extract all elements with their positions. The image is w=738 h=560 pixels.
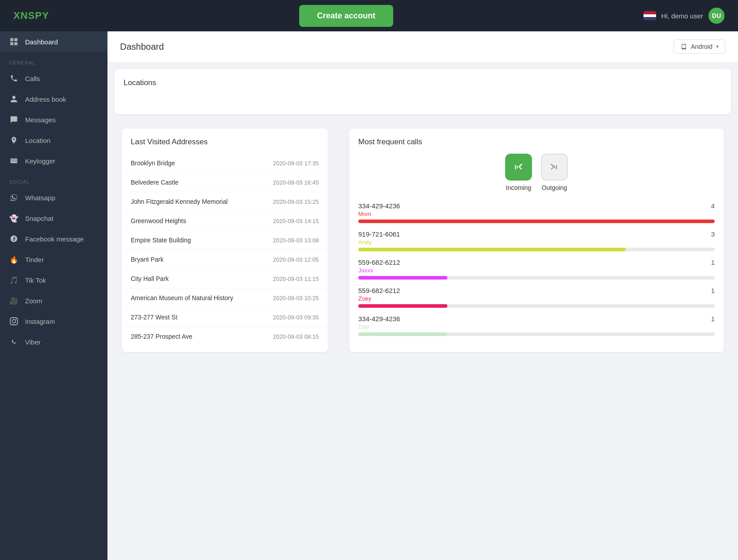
whatsapp-icon [9,193,19,202]
call-number: 559-682-6212 [358,258,400,266]
dashboard-icon [9,37,19,47]
tinder-icon: 🔥 [9,254,19,264]
instagram-icon [9,316,19,326]
address-time: 2020-09-03 12:05 [273,256,319,263]
sidebar-item-tinder[interactable]: 🔥 Tinder [0,249,107,270]
create-account-button[interactable]: Create account [299,5,393,27]
call-bar [358,248,626,251]
address-time: 2020-09-03 15:25 [273,198,319,205]
call-entry: 334-429-4236 1 Dad [358,315,715,336]
call-entry: 919-721-6061 3 Andy [358,230,715,251]
sidebar-item-address-book[interactable]: Address book [0,89,107,109]
sidebar-item-messages-label: Messages [25,116,56,124]
call-bar-bg [358,220,715,223]
call-number: 919-721-6061 [358,230,400,238]
sidebar-item-zoom[interactable]: 🎥 Zoom [0,290,107,311]
zoom-icon: 🎥 [9,296,19,306]
call-bar [358,332,447,336]
svg-rect-0 [10,38,13,41]
call-entry: 334-429-4236 4 Mom [358,202,715,223]
call-name: Andy [358,239,715,246]
svg-rect-2 [10,42,13,45]
address-book-icon [9,94,19,104]
call-tab-outgoing[interactable]: Outgoing [541,154,568,191]
sidebar-item-snapchat[interactable]: 👻 Snapchat [0,208,107,228]
call-count: 1 [711,258,715,266]
sidebar-item-location-label: Location [25,137,51,144]
address-name: Belvedere Castle [131,179,179,186]
list-item: American Museum of Natural History2020-0… [122,289,328,308]
list-item: Greenwood Heights2020-09-03 14:15 [122,211,328,231]
call-bar-bg [358,332,715,336]
sidebar-item-calls[interactable]: Calls [0,68,107,89]
address-time: 2020-09-03 17:35 [273,160,319,167]
sidebar-item-viber[interactable]: Viber [0,332,107,352]
address-time: 2020-09-03 14:15 [273,218,319,224]
sidebar-item-instagram-label: Instagram [25,318,55,325]
sidebar-item-dashboard[interactable]: Dashboard [0,31,107,52]
call-entry-header: 334-429-4236 4 [358,202,715,210]
address-time: 2020-09-03 10:25 [273,295,319,302]
svg-rect-3 [14,42,17,45]
main-layout: Dashboard GENERAL Calls Address book Mes… [0,31,738,560]
android-selector-label: Android [691,43,712,50]
messages-icon [9,115,19,125]
call-entry-header: 559-682-6212 1 [358,287,715,294]
address-time: 2020-09-03 08:15 [273,333,319,340]
sidebar-item-keylogger-label: Keylogger [25,157,56,165]
sidebar-section-social: SOCIAL [0,171,107,187]
call-number: 334-429-4236 [358,315,400,323]
viber-icon [9,337,19,347]
sidebar-section-general: GENERAL [0,52,107,68]
frequent-calls-card: Most frequent calls IncomingOutgoing 334… [349,129,724,352]
call-count: 1 [711,287,715,294]
list-item: Bryant Park2020-09-03 12:05 [122,250,328,269]
call-entries: 334-429-4236 4 Mom 919-721-6061 3 Andy 5… [358,202,715,336]
list-item: Belvedere Castle2020-09-03 16:45 [122,173,328,192]
sidebar: Dashboard GENERAL Calls Address book Mes… [0,31,107,560]
facebook-icon [9,234,19,244]
call-tabs: IncomingOutgoing [358,154,715,191]
sidebar-item-dashboard-label: Dashboard [25,38,58,46]
sidebar-item-keylogger[interactable]: Keylogger [0,151,107,171]
call-bar [358,276,447,280]
page-title: Dashboard [120,42,164,52]
call-count: 3 [711,230,715,238]
sidebar-item-whatsapp[interactable]: Whatsapp [0,187,107,208]
address-time: 2020-09-03 11:15 [273,276,319,282]
sidebar-item-address-book-label: Address book [25,95,66,103]
call-name: Jaxxx [358,267,715,274]
sidebar-item-location[interactable]: Location [0,130,107,151]
chevron-down-icon: ▾ [716,43,719,50]
sidebar-item-instagram[interactable]: Instagram [0,311,107,332]
call-count: 1 [711,315,715,323]
sidebar-item-calls-label: Calls [25,75,40,82]
sidebar-item-facebook[interactable]: Facebook message [0,228,107,249]
call-name: Zoey [358,295,715,302]
call-entry-header: 559-682-6212 1 [358,258,715,266]
content-header: Dashboard Android ▾ [107,31,738,62]
addresses-scroll[interactable]: Brooklyn Bridge2020-09-03 17:35Belvedere… [122,154,328,346]
snapchat-icon: 👻 [9,213,19,223]
address-name: Brooklyn Bridge [131,159,175,167]
call-count: 4 [711,202,715,210]
sidebar-item-messages[interactable]: Messages [0,109,107,130]
address-name: 273-277 West St [131,314,177,321]
flag-icon [644,11,656,20]
header: XNSPY Create account Hi, demo user DU [0,0,738,31]
address-name: 285-237 Prospect Ave [131,333,193,340]
call-number: 559-682-6212 [358,287,400,294]
sidebar-item-tiktok[interactable]: 🎵 Tik Tok [0,270,107,290]
call-bar [358,304,447,308]
call-name: Mom [358,211,715,217]
sidebar-item-whatsapp-label: Whatsapp [25,194,56,202]
outgoing-tab-icon [541,154,568,181]
address-time: 2020-09-03 09:35 [273,314,319,321]
address-name: American Museum of Natural History [131,294,233,302]
call-entry-header: 334-429-4236 1 [358,315,715,323]
android-selector[interactable]: Android ▾ [674,39,725,54]
sidebar-item-viber-label: Viber [25,338,41,346]
call-tab-incoming[interactable]: Incoming [505,154,532,191]
list-item: 285-237 Prospect Ave2020-09-03 08:15 [122,327,328,346]
address-name: City Hall Park [131,275,169,282]
